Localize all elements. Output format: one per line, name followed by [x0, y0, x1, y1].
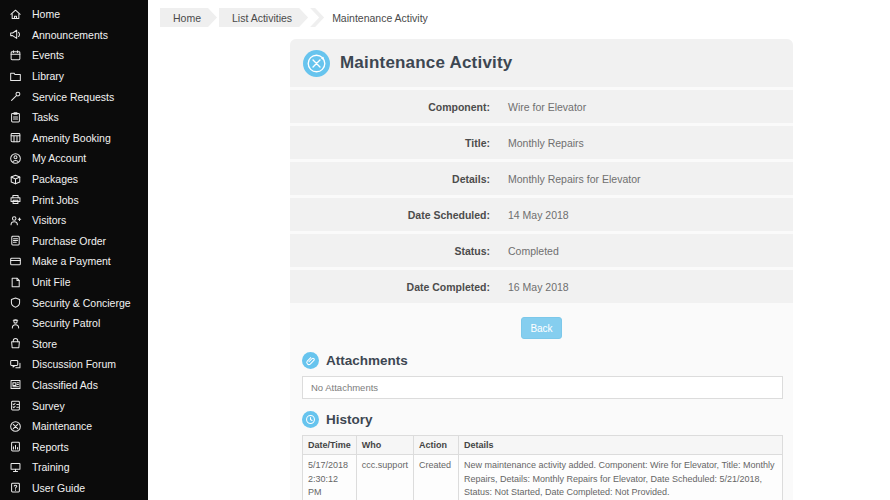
sidebar-item-announcements[interactable]: Announcements: [0, 25, 148, 46]
wrench-icon: [9, 90, 22, 103]
history-cell-details: New maintenance activity added. Componen…: [458, 455, 782, 500]
field-row-details: Details: Monthly Repairs for Elevator: [290, 162, 793, 195]
shopping-bag-icon: [9, 337, 22, 350]
sidebar-item-reports[interactable]: Reports: [0, 436, 148, 457]
sidebar-item-survey[interactable]: Survey: [0, 395, 148, 416]
credit-card-icon: [9, 255, 22, 268]
field-label: Title:: [290, 137, 490, 149]
back-button[interactable]: Back: [521, 317, 561, 339]
history-heading: History: [290, 411, 793, 428]
survey-icon: [9, 399, 22, 412]
breadcrumb-current: Maintenance Activity: [332, 12, 428, 24]
sidebar-item-label: Reports: [32, 441, 69, 453]
printer-icon: [9, 193, 22, 206]
sidebar-item-training[interactable]: Training: [0, 457, 148, 478]
paperclip-icon: [302, 352, 319, 369]
sidebar-item-label: Survey: [32, 400, 65, 412]
sidebar-item-library[interactable]: Library: [0, 66, 148, 87]
sidebar-item-packages[interactable]: Packages: [0, 169, 148, 190]
sidebar-item-print-jobs[interactable]: Print Jobs: [0, 189, 148, 210]
sidebar-item-make-a-payment[interactable]: Make a Payment: [0, 251, 148, 272]
history-cell-datetime: 5/17/2018 2:30:12 PM: [303, 455, 357, 500]
sidebar-item-label: Amenity Booking: [32, 132, 111, 144]
column-header-datetime: Date/Time: [303, 436, 357, 455]
sidebar-item-label: Library: [32, 70, 64, 82]
sidebar-item-label: Home: [32, 8, 60, 20]
field-row-date-completed: Date Completed: 16 May 2018: [290, 270, 793, 303]
sidebar-item-visitors[interactable]: Visitors: [0, 210, 148, 231]
history-clock-icon: [302, 411, 319, 428]
breadcrumb-home[interactable]: Home: [160, 8, 217, 27]
person-plus-icon: [9, 214, 22, 227]
sidebar-item-label: Maintenance: [32, 420, 92, 432]
chevron-right-icon: [310, 8, 324, 27]
sidebar-item-label: Make a Payment: [32, 255, 111, 267]
history-table: Date/Time Who Action Details 5/17/2018 2…: [302, 435, 783, 500]
main-content: Home List Activities Maintenance Activit…: [148, 0, 890, 500]
sidebar-item-security-concierge[interactable]: Security & Concierge: [0, 292, 148, 313]
sidebar-item-service-requests[interactable]: Service Requests: [0, 86, 148, 107]
sidebar-item-store[interactable]: Store: [0, 334, 148, 355]
field-value: Monthly Repairs for Elevator: [508, 173, 640, 185]
sidebar-item-tasks[interactable]: Tasks: [0, 107, 148, 128]
sidebar-item-label: Visitors: [32, 214, 66, 226]
sidebar-item-label: Announcements: [32, 29, 108, 41]
maintenance-activity-panel: Maintenance Activity Component: Wire for…: [290, 39, 793, 500]
sidebar-item-discussion-forum[interactable]: Discussion Forum: [0, 354, 148, 375]
panel-header: Maintenance Activity: [290, 39, 793, 87]
breadcrumb-list-activities[interactable]: List Activities: [219, 8, 308, 27]
tools-icon: [9, 420, 22, 433]
sidebar-item-user-guide[interactable]: User Guide: [0, 478, 148, 499]
field-label: Date Completed:: [290, 281, 490, 293]
field-label: Date Scheduled:: [290, 209, 490, 221]
history-cell-who: ccc.support: [356, 455, 413, 500]
history-header-row: Date/Time Who Action Details: [303, 436, 783, 455]
sidebar-item-maintenance[interactable]: Maintenance: [0, 416, 148, 437]
megaphone-icon: [9, 28, 22, 41]
book-help-icon: [9, 481, 22, 494]
sidebar-item-label: Security & Concierge: [32, 297, 131, 309]
person-circle-icon: [9, 152, 22, 165]
column-header-who: Who: [356, 436, 413, 455]
sidebar-item-unit-file[interactable]: Unit File: [0, 272, 148, 293]
history-row: 5/17/2018 2:30:12 PM ccc.support Created…: [303, 455, 783, 500]
field-value: Monthly Repairs: [508, 137, 584, 149]
sidebar-item-label: Tasks: [32, 111, 59, 123]
maintenance-tools-icon: [303, 50, 330, 77]
field-label: Component:: [290, 101, 490, 113]
calendar-icon: [9, 49, 22, 62]
status-value: Completed: [508, 245, 559, 257]
field-row-title: Title: Monthly Repairs: [290, 126, 793, 159]
document-icon: [9, 234, 22, 247]
sidebar-item-label: Unit File: [32, 276, 71, 288]
attachments-heading: Attachments: [290, 352, 793, 369]
sidebar-item-label: Store: [32, 338, 57, 350]
field-label: Details:: [290, 173, 490, 185]
history-section: History Date/Time Who Action Details 5/1…: [290, 411, 793, 500]
folder-icon: [9, 70, 22, 83]
sidebar-item-events[interactable]: Events: [0, 45, 148, 66]
sidebar-item-classified-ads[interactable]: Classified Ads: [0, 375, 148, 396]
back-area: Back: [290, 306, 793, 348]
history-cell-action: Created: [413, 455, 458, 500]
page-title: Maintenance Activity: [340, 53, 512, 73]
attachments-empty-box: No Attachments: [302, 376, 783, 399]
sidebar-item-security-patrol[interactable]: Security Patrol: [0, 313, 148, 334]
sidebar-item-purchase-order[interactable]: Purchase Order: [0, 231, 148, 252]
attachments-title: Attachments: [326, 353, 408, 368]
sidebar-item-amenity-booking[interactable]: Amenity Booking: [0, 128, 148, 149]
field-value: 14 May 2018: [508, 209, 569, 221]
calendar-grid-icon: [9, 131, 22, 144]
history-title: History: [326, 412, 373, 427]
sidebar-item-label: Print Jobs: [32, 194, 79, 206]
sidebar-item-home[interactable]: Home: [0, 4, 148, 25]
field-row-date-scheduled: Date Scheduled: 14 May 2018: [290, 198, 793, 231]
report-chart-icon: [9, 440, 22, 453]
field-value: Wire for Elevator: [508, 101, 586, 113]
sidebar: Home Announcements Events Library Servic…: [0, 0, 148, 500]
sidebar-item-my-account[interactable]: My Account: [0, 148, 148, 169]
clipboard-icon: [9, 111, 22, 124]
sidebar-item-label: Purchase Order: [32, 235, 106, 247]
sidebar-item-label: Classified Ads: [32, 379, 98, 391]
sidebar-item-label: Events: [32, 49, 64, 61]
